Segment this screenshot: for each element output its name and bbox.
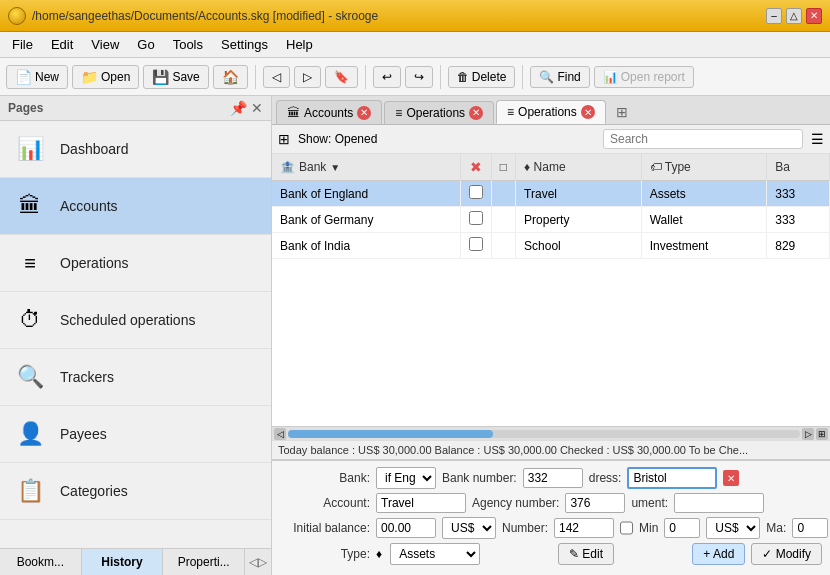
agency-number-label: Agency number: [472, 496, 559, 510]
sidebar-item-operations[interactable]: ≡ Operations [0, 235, 271, 292]
comment-input[interactable] [674, 493, 764, 513]
new-button[interactable]: 📄 New [6, 65, 68, 89]
menu-go[interactable]: Go [129, 35, 162, 54]
min-currency-select[interactable]: US$ [706, 517, 760, 539]
tab-bookmarks[interactable]: Bookm... [0, 549, 82, 575]
sidebar-item-trackers[interactable]: 🔍 Trackers [0, 349, 271, 406]
col-header-error[interactable]: ✖ [460, 154, 491, 181]
back-button[interactable]: ◁ [263, 66, 290, 88]
scroll-left-btn[interactable]: ◁ [274, 428, 286, 440]
sidebar-item-categories[interactable]: 📋 Categories [0, 463, 271, 520]
edit-button[interactable]: ✎ Edit [558, 543, 614, 565]
min-checkbox[interactable] [620, 521, 633, 535]
sidebar-close-icon[interactable]: ✕ [251, 100, 263, 116]
initial-balance-input[interactable] [376, 518, 436, 538]
horizontal-scrollbar[interactable]: ◁ ▷ ⊞ [272, 426, 830, 440]
open-button[interactable]: 📁 Open [72, 65, 139, 89]
bookmark-button[interactable]: 🔖 [325, 66, 358, 88]
cell-bal-1: 333 [767, 181, 830, 207]
currency-select[interactable]: US$ [442, 517, 496, 539]
cell-name-2: Property [516, 207, 642, 233]
menu-help[interactable]: Help [278, 35, 321, 54]
bank-number-input[interactable] [523, 468, 583, 488]
col-header-sq[interactable]: □ [491, 154, 515, 181]
trackers-icon: 🔍 [12, 359, 48, 395]
close-button[interactable]: ✕ [806, 8, 822, 24]
find-button[interactable]: 🔍 Find [530, 66, 589, 88]
sidebar-item-dashboard[interactable]: 📊 Dashboard [0, 121, 271, 178]
tab-properties[interactable]: Properti... [163, 549, 245, 575]
search-input[interactable] [603, 129, 803, 149]
save-button[interactable]: 💾 Save [143, 65, 208, 89]
address-input[interactable] [627, 467, 717, 489]
home-button[interactable]: 🏠 [213, 65, 248, 89]
cell-bal-2: 333 [767, 207, 830, 233]
cell-bank-2: Bank of Germany [272, 207, 460, 233]
agency-number-input[interactable] [565, 493, 625, 513]
menu-view[interactable]: View [83, 35, 127, 54]
tab-ops2-close[interactable]: ✕ [581, 105, 595, 119]
tab-accounts[interactable]: 🏛 Accounts ✕ [276, 100, 382, 124]
table-row[interactable]: Bank of Germany Property Wallet 333 [272, 207, 830, 233]
menu-edit[interactable]: Edit [43, 35, 81, 54]
tab-operations-2[interactable]: ≡ Operations ✕ [496, 100, 606, 124]
col-header-balance[interactable]: Ba [767, 154, 830, 181]
redo-button[interactable]: ↪ [405, 66, 433, 88]
form-row-bank: Bank: if Engla... Bank number: dress: ✕ [280, 467, 822, 489]
max-input[interactable] [792, 518, 828, 538]
app-icon [8, 7, 26, 25]
tab-ops1-close[interactable]: ✕ [469, 106, 483, 120]
tab-ops2-icon: ≡ [507, 105, 514, 119]
sidebar-item-payees[interactable]: 👤 Payees [0, 406, 271, 463]
sidebar-item-accounts[interactable]: 🏛 Accounts [0, 178, 271, 235]
minimize-button[interactable]: – [766, 8, 782, 24]
scroll-track[interactable] [288, 430, 800, 438]
menu-settings[interactable]: Settings [213, 35, 276, 54]
open-report-button[interactable]: 📊 Open report [594, 66, 694, 88]
col-header-type[interactable]: 🏷 Type [641, 154, 767, 181]
address-clear-btn[interactable]: ✕ [723, 470, 739, 486]
form-area: Bank: if Engla... Bank number: dress: ✕ … [272, 459, 830, 575]
number-input[interactable] [554, 518, 614, 538]
columns-icon[interactable]: ☰ [811, 131, 824, 147]
type-select[interactable]: Assets Wallet Investment [390, 543, 480, 565]
account-input[interactable] [376, 493, 466, 513]
col-header-name[interactable]: ♦ Name [516, 154, 642, 181]
cell-check-2[interactable] [460, 207, 491, 233]
forward-button[interactable]: ▷ [294, 66, 321, 88]
add-button[interactable]: + Add [692, 543, 745, 565]
table-row[interactable]: Bank of India School Investment 829 [272, 233, 830, 259]
maximize-button[interactable]: △ [786, 8, 802, 24]
delete-button[interactable]: 🗑 Delete [448, 66, 516, 88]
bank-dropdown[interactable]: if Engla... [376, 467, 436, 489]
tab-history[interactable]: History [82, 549, 164, 575]
undo-button[interactable]: ↩ [373, 66, 401, 88]
undo-icon: ↩ [382, 70, 392, 84]
scheduled-icon: ⏱ [12, 302, 48, 338]
sidebar-item-scheduled[interactable]: ⏱ Scheduled operations [0, 292, 271, 349]
tab-accounts-close[interactable]: ✕ [357, 106, 371, 120]
save-icon: 💾 [152, 69, 169, 85]
min-input[interactable] [664, 518, 700, 538]
scroll-thumb[interactable] [288, 430, 493, 438]
tab-operations-1[interactable]: ≡ Operations ✕ [384, 101, 494, 124]
title-text: /home/sangeethas/Documents/Accounts.skg … [32, 9, 378, 23]
scroll-right-btn[interactable]: ▷ [802, 428, 814, 440]
menu-tools[interactable]: Tools [165, 35, 211, 54]
col-header-bank[interactable]: 🏦 Bank ▼ [272, 154, 460, 181]
cell-check-3[interactable] [460, 233, 491, 259]
scroll-left-icon[interactable]: ◁ [249, 555, 258, 569]
sidebar-pin-icon[interactable]: 📌 [230, 100, 247, 116]
new-tab-button[interactable]: ⊞ [608, 100, 636, 124]
table-row[interactable]: Bank of England Travel Assets 333 [272, 181, 830, 207]
scroll-right-icon[interactable]: ▷ [258, 555, 267, 569]
cell-type-3: Investment [641, 233, 767, 259]
menu-file[interactable]: File [4, 35, 41, 54]
show-filter[interactable]: Show: Opened [298, 132, 377, 146]
scroll-grid-btn[interactable]: ⊞ [816, 428, 828, 440]
sidebar-label-trackers: Trackers [60, 369, 114, 385]
modify-button[interactable]: ✓ Modify [751, 543, 822, 565]
type-icon: 🏷 [650, 160, 662, 174]
balance-bar: Today balance : US$ 30,000.00 Balance : … [272, 440, 830, 459]
cell-check-1[interactable] [460, 181, 491, 207]
